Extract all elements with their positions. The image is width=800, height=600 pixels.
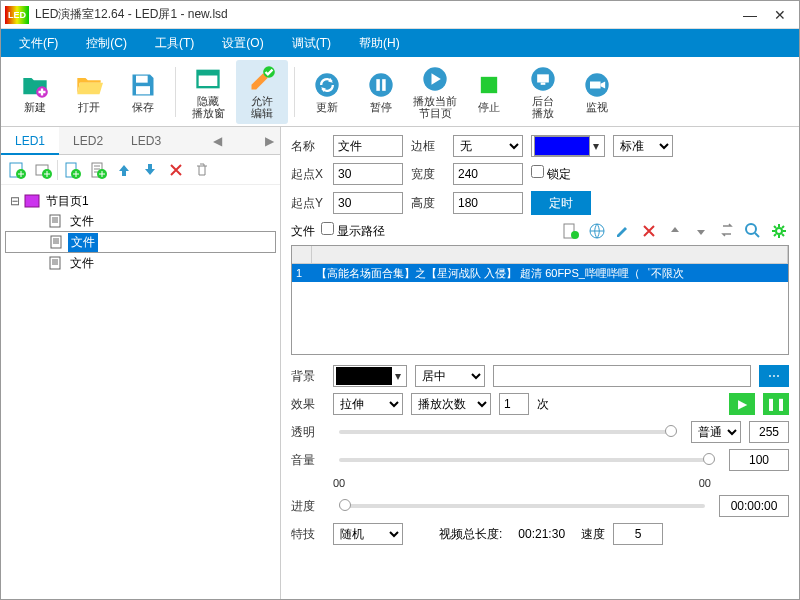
file-up-button[interactable] xyxy=(665,221,685,241)
pause-icon xyxy=(367,71,395,99)
monitor-button[interactable]: 监视 xyxy=(571,60,623,124)
open-button[interactable]: 打开 xyxy=(63,60,115,124)
arrow-down-icon xyxy=(142,162,158,178)
show-path-checkbox[interactable]: 显示路径 xyxy=(321,222,385,240)
svg-rect-8 xyxy=(376,79,380,91)
menu-tools[interactable]: 工具(T) xyxy=(141,29,208,57)
x-icon xyxy=(641,223,657,239)
file-icon xyxy=(48,256,64,270)
volume-value[interactable] xyxy=(729,449,789,471)
name-input[interactable] xyxy=(333,135,403,157)
progress-label: 进度 xyxy=(291,498,325,515)
x-input[interactable] xyxy=(333,163,403,185)
play-current-button[interactable]: 播放当前 节目页 xyxy=(409,60,461,124)
tree-root[interactable]: ⊟节目页1 xyxy=(5,191,276,211)
standard-select[interactable]: 标准 xyxy=(613,135,673,157)
menu-help[interactable]: 帮助(H) xyxy=(345,29,414,57)
stop-button[interactable]: 停止 xyxy=(463,60,515,124)
file-list-grid[interactable]: 1 【高能名场面合集】之【星河战队 入侵】 超清 60FPS_哔哩哔哩（゜不限次 xyxy=(291,245,789,355)
y-input[interactable] xyxy=(333,192,403,214)
tab-led2[interactable]: LED2 xyxy=(59,127,117,155)
move-up-button[interactable] xyxy=(112,158,136,182)
file-globe-button[interactable] xyxy=(587,221,607,241)
trash-button[interactable] xyxy=(190,158,214,182)
file-settings-button[interactable] xyxy=(769,221,789,241)
file-delete-button[interactable] xyxy=(639,221,659,241)
tree-item-0[interactable]: 文件 xyxy=(5,211,276,231)
close-button[interactable]: ✕ xyxy=(765,5,795,25)
border-select[interactable]: 无 xyxy=(453,135,523,157)
delete-item-button[interactable] xyxy=(164,158,188,182)
svg-rect-14 xyxy=(541,82,546,84)
height-input[interactable] xyxy=(453,192,523,214)
add-file-button[interactable] xyxy=(60,158,84,182)
monitor-icon xyxy=(529,65,557,93)
timer-button[interactable]: 定时 xyxy=(531,191,591,215)
tab-led3[interactable]: LED3 xyxy=(117,127,175,155)
menu-file[interactable]: 文件(F) xyxy=(5,29,72,57)
count-mode-select[interactable]: 播放次数 xyxy=(411,393,491,415)
menu-settings[interactable]: 设置(O) xyxy=(208,29,277,57)
color-picker[interactable]: ▾ xyxy=(531,135,605,157)
bg-path-input[interactable] xyxy=(493,365,751,387)
add-text-button[interactable] xyxy=(86,158,110,182)
add-page-button[interactable] xyxy=(5,158,29,182)
new-button[interactable]: 新建 xyxy=(9,60,61,124)
pause-button[interactable]: 暂停 xyxy=(355,60,407,124)
browse-button[interactable]: ⋯ xyxy=(759,365,789,387)
svg-rect-13 xyxy=(537,74,549,82)
fx-label: 效果 xyxy=(291,396,325,413)
bg-color-picker[interactable]: ▾ xyxy=(333,365,407,387)
menu-control[interactable]: 控制(C) xyxy=(72,29,141,57)
menu-debug[interactable]: 调试(T) xyxy=(278,29,345,57)
globe-icon xyxy=(588,222,606,240)
alpha-value[interactable] xyxy=(749,421,789,443)
total-length-label: 视频总长度: xyxy=(439,526,502,543)
save-button[interactable]: 保存 xyxy=(117,60,169,124)
collapse-icon[interactable]: ⊟ xyxy=(9,194,21,208)
pencil-icon xyxy=(614,222,632,240)
file-edit-button[interactable] xyxy=(613,221,633,241)
tree-item-2[interactable]: 文件 xyxy=(5,253,276,273)
fx-select[interactable]: 拉伸 xyxy=(333,393,403,415)
table-row[interactable]: 1 【高能名场面合集】之【星河战队 入侵】 超清 60FPS_哔哩哔哩（゜不限次 xyxy=(292,264,788,282)
move-down-button[interactable] xyxy=(138,158,162,182)
tab-next-button[interactable]: ▶ xyxy=(259,134,280,148)
alpha-mode-select[interactable]: 普通 xyxy=(691,421,741,443)
file-swap-button[interactable] xyxy=(717,221,737,241)
tree-item-1[interactable]: 文件 xyxy=(5,231,276,253)
count-unit: 次 xyxy=(537,396,549,413)
chevron-down-icon: ▾ xyxy=(590,139,602,153)
minimize-button[interactable]: — xyxy=(735,5,765,25)
program-tree[interactable]: ⊟节目页1 文件 文件 文件 xyxy=(1,185,280,600)
refresh-button[interactable]: 更新 xyxy=(301,60,353,124)
progress-slider[interactable] xyxy=(339,504,705,508)
background-play-button[interactable]: 后台 播放 xyxy=(517,60,569,124)
lock-checkbox[interactable]: 锁定 xyxy=(531,165,571,183)
progress-time[interactable] xyxy=(719,495,789,517)
align-select[interactable]: 居中 xyxy=(415,365,485,387)
allow-edit-button[interactable]: 允许 编辑 xyxy=(236,60,288,124)
svg-point-7 xyxy=(369,73,392,96)
trick-select[interactable]: 随机 xyxy=(333,523,403,545)
alpha-slider[interactable] xyxy=(339,430,677,434)
file-add-button[interactable] xyxy=(561,221,581,241)
tab-led1[interactable]: LED1 xyxy=(1,127,59,155)
svg-rect-9 xyxy=(382,79,386,91)
add-step-button[interactable] xyxy=(31,158,55,182)
count-input[interactable] xyxy=(499,393,529,415)
folder-plus-icon xyxy=(21,71,49,99)
speed-input[interactable] xyxy=(613,523,663,545)
camera-icon xyxy=(583,71,611,99)
tab-prev-button[interactable]: ◀ xyxy=(207,134,228,148)
volume-slider[interactable] xyxy=(339,458,715,462)
file-down-button[interactable] xyxy=(691,221,711,241)
svg-rect-11 xyxy=(481,76,497,92)
width-input[interactable] xyxy=(453,163,523,185)
play-button[interactable]: ▶ xyxy=(729,393,755,415)
arrow-up-icon xyxy=(116,162,132,178)
pause-media-button[interactable]: ❚❚ xyxy=(763,393,789,415)
file-icon xyxy=(48,214,64,228)
file-search-button[interactable] xyxy=(743,221,763,241)
hide-window-button[interactable]: 隐藏 播放窗 xyxy=(182,60,234,124)
